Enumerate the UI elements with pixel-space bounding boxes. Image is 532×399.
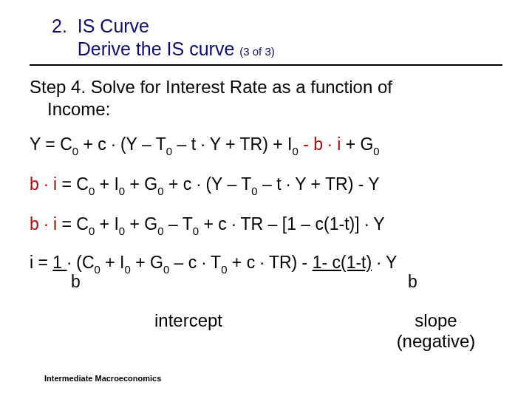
- term-labels: intercept slope (negative): [30, 310, 502, 352]
- eq3-d: – T: [164, 214, 193, 233]
- label-slope-b: (negative): [397, 331, 476, 351]
- eq1-s1: 0: [72, 145, 78, 157]
- eq1-b: + c · (Y – T: [78, 134, 166, 154]
- eq1-c: – t · Y + TR) + I: [172, 134, 292, 154]
- step-text-b: Income:: [30, 98, 502, 120]
- equation-3: b · i = C0 + I0 + G0 – T0 + c · TR – [1 …: [30, 214, 502, 237]
- eq2-a: = C: [57, 174, 89, 194]
- eq2-s2: 0: [119, 185, 125, 197]
- title-text-1: IS Curve: [78, 16, 149, 36]
- eq3-e: + c · TR – [1 – c(1-t)] · Y: [199, 214, 385, 233]
- title-pagecount: (3 of 3): [239, 45, 275, 58]
- eq2-red: b · i: [30, 174, 57, 194]
- eq4-s2: 0: [125, 263, 131, 276]
- eq1-s3: 0: [292, 145, 298, 157]
- eq1-s2: 0: [166, 145, 172, 157]
- eq3-red: b · i: [30, 214, 57, 233]
- eq2-s1: 0: [89, 185, 95, 197]
- eq4-den-right: b: [408, 273, 417, 291]
- title-number: 2.: [52, 16, 67, 36]
- label-slope: slope (negative): [377, 310, 495, 352]
- eq3-a: = C: [57, 214, 89, 233]
- eq1-s4: 0: [373, 145, 379, 157]
- eq4-top: i = 1 · (C0 + I0 + G0 – c · T0 + c · TR)…: [30, 253, 502, 275]
- eq1-a: Y = C: [30, 134, 72, 154]
- title-block: 2. IS Curve Derive the IS curve (3 of 3): [30, 15, 502, 66]
- eq3-b: + I: [95, 214, 119, 233]
- eq2-e: – t · Y + TR) - Y: [258, 174, 380, 194]
- eq4-c: + I: [100, 253, 125, 272]
- eq4-s4: 0: [221, 263, 227, 276]
- eq4-a: i =: [30, 253, 52, 272]
- equation-4: i = 1 · (C0 + I0 + G0 – c · T0 + c · TR)…: [30, 253, 502, 275]
- eq2-s3: 0: [157, 185, 163, 197]
- eq3-s3: 0: [157, 225, 163, 237]
- eq2-s4: 0: [251, 185, 257, 197]
- eq4-s3: 0: [163, 263, 169, 276]
- eq2-c: + G: [125, 174, 157, 194]
- eq4-b: · (C: [67, 253, 95, 272]
- eq4-u2: 1- c(1-t): [313, 253, 372, 272]
- title-line-1: 2. IS Curve: [52, 15, 502, 38]
- step-text: Step 4. Solve for Interest Rate as a fun…: [30, 76, 502, 120]
- eq4-u1: 1: [52, 253, 66, 272]
- eq2-b: + I: [95, 174, 119, 194]
- title-text-2a: Derive the IS curve: [78, 38, 240, 59]
- eq3-s4: 0: [193, 225, 199, 237]
- step-label: Step 4.: [30, 77, 86, 97]
- eq4-f: + c · TR) -: [227, 253, 312, 272]
- eq4-d: + G: [131, 253, 163, 272]
- eq4-den-left: b: [71, 273, 81, 291]
- equation-2: b · i = C0 + I0 + G0 + c · (Y – T0 – t ·…: [30, 174, 502, 197]
- label-intercept: intercept: [126, 310, 251, 352]
- eq4-e: – c · T: [169, 253, 221, 272]
- eq1-red: - b · i: [303, 134, 341, 154]
- eq4-s1: 0: [95, 263, 100, 276]
- title-line-2: Derive the IS curve (3 of 3): [52, 38, 502, 61]
- label-slope-a: slope: [415, 310, 457, 330]
- slide: 2. IS Curve Derive the IS curve (3 of 3)…: [0, 0, 532, 399]
- equation-1: Y = C0 + c · (Y – T0 – t · Y + TR) + I0 …: [30, 134, 502, 157]
- eq3-c: + G: [125, 214, 157, 233]
- eq3-s2: 0: [119, 225, 125, 237]
- eq2-d: + c · (Y – T: [164, 174, 252, 194]
- eq4-g: · Y: [372, 253, 397, 272]
- eq1-e: + G: [341, 134, 373, 154]
- eq3-s1: 0: [89, 225, 95, 237]
- step-text-a: Solve for Interest Rate as a function of: [86, 77, 392, 97]
- footer-text: Intermediate Macroeconomics: [44, 374, 161, 383]
